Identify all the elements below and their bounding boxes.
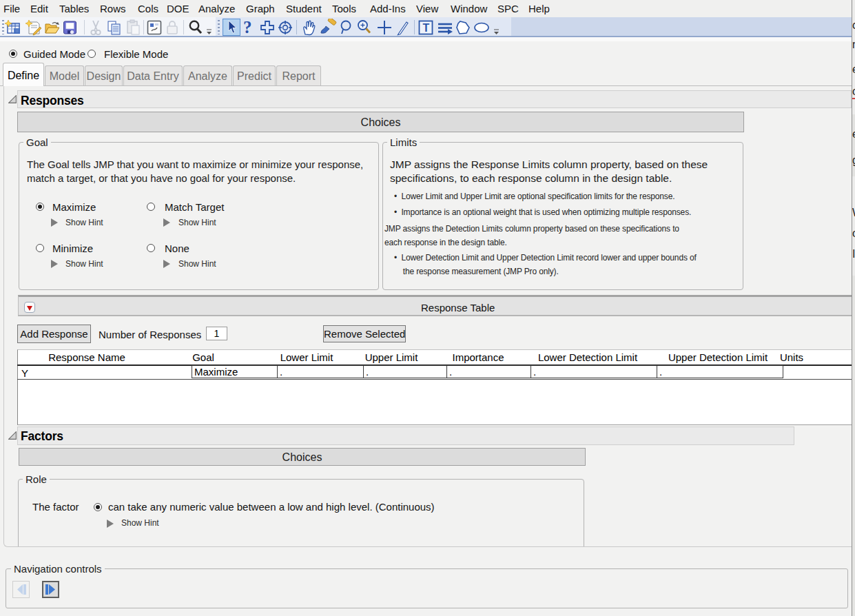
svg-text:T: T xyxy=(423,22,430,34)
